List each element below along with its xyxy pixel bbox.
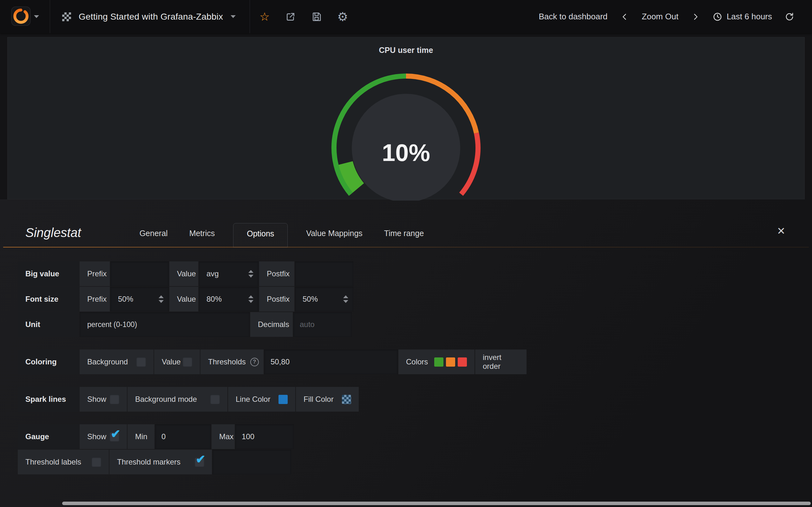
- thresholds-cell: Thresholds ?: [200, 349, 264, 374]
- star-icon: ☆: [259, 11, 270, 22]
- share-icon: [286, 12, 296, 22]
- background-label: Background: [87, 357, 128, 366]
- save-dashboard-button[interactable]: [308, 7, 325, 26]
- horizontal-scrollbar-thumb[interactable]: [62, 502, 811, 505]
- background-mode-cell: Background mode: [128, 387, 227, 412]
- close-editor-icon[interactable]: ✕: [777, 226, 785, 236]
- fill-color-label: Fill Color: [304, 395, 334, 404]
- selected-size: 80%: [206, 295, 222, 303]
- singlestat-panel: CPU user time 10%: [7, 37, 805, 199]
- dashboard-title-button[interactable]: Getting Started with Grafana-Zabbix: [50, 0, 250, 33]
- big-value-postfix-input[interactable]: [295, 262, 353, 286]
- postfix-label: Postfix: [259, 262, 294, 286]
- select-arrows-icon: [154, 295, 164, 303]
- gauge-label: Gauge: [18, 424, 79, 449]
- options-form: Big value Prefix Value avg Postfix Font …: [0, 262, 812, 474]
- line-color-label: Line Color: [236, 395, 270, 404]
- tab-options[interactable]: Options: [233, 223, 288, 247]
- green-color-swatch[interactable]: [434, 357, 444, 367]
- share-dashboard-button[interactable]: [282, 7, 299, 26]
- spark-show-checkbox[interactable]: [110, 395, 119, 404]
- spark-lines-label: Spark lines: [18, 387, 79, 412]
- grafana-logo-button[interactable]: [0, 0, 50, 33]
- colors-label: Colors: [406, 357, 428, 366]
- panel-editor: Singlestat General Metrics Options Value…: [0, 199, 812, 507]
- editor-tabs: General Metrics Options Value Mappings T…: [129, 223, 435, 247]
- value-font-size-select[interactable]: 80%: [199, 287, 258, 312]
- tab-metrics[interactable]: Metrics: [189, 229, 215, 247]
- panel-title[interactable]: CPU user time: [8, 38, 804, 55]
- background-checkbox[interactable]: [136, 357, 146, 367]
- editor-header: Singlestat General Metrics Options Value…: [3, 217, 809, 247]
- unit-select[interactable]: percent (0-100): [80, 312, 250, 337]
- orange-color-swatch[interactable]: [446, 357, 455, 367]
- prefix-font-size-select[interactable]: 50%: [110, 287, 169, 312]
- thresholds-input[interactable]: [264, 349, 398, 374]
- gauge-show-checkbox[interactable]: [110, 432, 119, 441]
- star-dashboard-button[interactable]: ☆: [256, 7, 273, 26]
- time-shift-back-button[interactable]: [620, 12, 629, 21]
- spark-show-cell: Show: [80, 387, 127, 412]
- dashboard-grid-icon: [62, 12, 71, 21]
- chevron-down-icon: [231, 15, 236, 18]
- selected-size: 50%: [118, 295, 133, 303]
- gauge-show-cell: Show: [80, 424, 127, 449]
- show-label: Show: [87, 395, 106, 404]
- chevron-right-icon: [691, 12, 700, 21]
- refresh-icon: [785, 12, 794, 21]
- threshold-markers-label: Threshold markers: [117, 458, 181, 466]
- prefix-label: Prefix: [80, 287, 110, 312]
- selected-size: 50%: [303, 295, 318, 303]
- time-range-picker-button[interactable]: Last 6 hours: [713, 12, 772, 21]
- threshold-markers-checkbox[interactable]: [195, 457, 204, 467]
- value-checkbox[interactable]: [183, 357, 192, 367]
- tab-time-range[interactable]: Time range: [384, 229, 424, 247]
- threshold-labels-checkbox[interactable]: [92, 457, 101, 467]
- tab-general[interactable]: General: [140, 229, 168, 247]
- gauge-value: 10%: [382, 139, 430, 166]
- fill-color-overlay: [342, 395, 351, 404]
- unit-row: Unit percent (0-100) Decimals: [18, 312, 812, 337]
- background-mode-checkbox[interactable]: [210, 395, 220, 404]
- refresh-button[interactable]: [785, 12, 794, 21]
- select-arrows-icon: [243, 270, 253, 278]
- big-value-stat-select[interactable]: avg: [199, 262, 258, 286]
- thresholds-label: Thresholds: [208, 357, 246, 366]
- min-label: Min: [128, 424, 154, 449]
- back-to-dashboard-button[interactable]: Back to dashboard: [539, 12, 608, 21]
- zoom-out-button[interactable]: Zoom Out: [642, 12, 678, 21]
- save-icon: [311, 12, 322, 22]
- decimals-label: Decimals: [250, 312, 293, 337]
- postfix-font-size-select[interactable]: 50%: [295, 287, 353, 312]
- chevron-left-icon: [620, 12, 629, 21]
- chevron-down-icon: [34, 15, 39, 18]
- settings-button[interactable]: ⚙: [334, 7, 351, 26]
- top-navbar: Getting Started with Grafana-Zabbix ☆ ⚙ …: [0, 0, 812, 33]
- line-color-swatch[interactable]: [278, 395, 288, 404]
- selected-stat: avg: [206, 269, 219, 278]
- tab-value-mappings[interactable]: Value Mappings: [306, 229, 362, 247]
- fill-color-swatch[interactable]: [342, 395, 351, 404]
- gauge-max-input[interactable]: [235, 424, 294, 449]
- coloring-value-cell: Value: [154, 349, 200, 374]
- horizontal-scrollbar: [0, 502, 812, 505]
- gauge-min-input[interactable]: [155, 424, 211, 449]
- navbar-right: Back to dashboard Zoom Out Last 6 hours: [539, 0, 812, 33]
- big-value-row: Big value Prefix Value avg Postfix: [18, 262, 812, 286]
- red-color-swatch[interactable]: [458, 357, 467, 367]
- big-value-prefix-input[interactable]: [110, 262, 169, 286]
- time-range-label: Last 6 hours: [727, 12, 772, 21]
- unit-label: Unit: [18, 312, 79, 337]
- prefix-label: Prefix: [80, 262, 110, 286]
- cpu-gauge: 10%: [286, 55, 526, 201]
- empty-cell: [212, 450, 291, 474]
- coloring-background-cell: Background: [80, 349, 154, 374]
- threshold-labels-cell: Threshold labels: [18, 450, 109, 474]
- coloring-label: Coloring: [18, 349, 79, 374]
- time-shift-forward-button[interactable]: [691, 12, 700, 21]
- decimals-input[interactable]: [293, 312, 352, 337]
- select-arrows-icon: [243, 295, 253, 303]
- threshold-options-row: Threshold labels Threshold markers: [18, 450, 812, 474]
- gauge-row: Gauge Show Min Max: [18, 424, 812, 449]
- invert-order-link[interactable]: invert order: [475, 349, 526, 374]
